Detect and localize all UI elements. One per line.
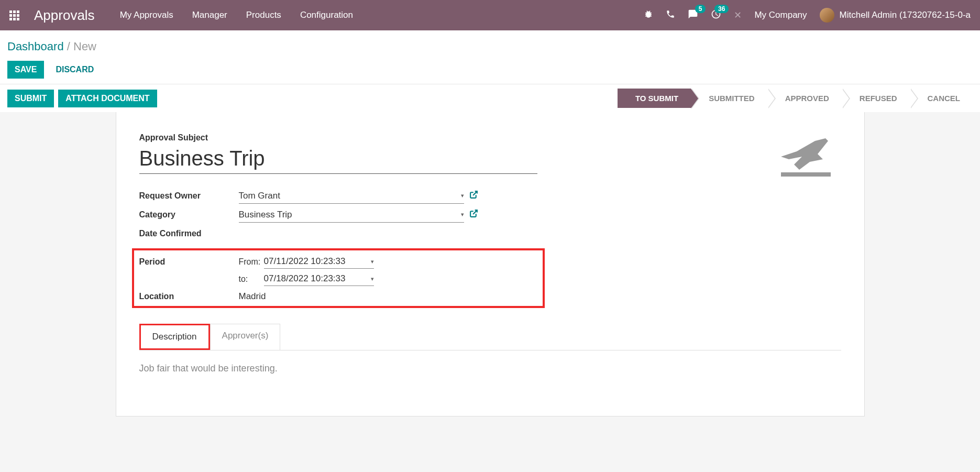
- avatar: [820, 8, 834, 23]
- navbar-right: 5 36 ✕ My Company Mitchell Admin (173207…: [644, 8, 971, 23]
- breadcrumb-dashboard[interactable]: Dashboard: [7, 40, 64, 53]
- form-top: Approval Subject Request Owner Tom Grant…: [139, 133, 841, 308]
- status-submitted[interactable]: SUBMITTED: [691, 89, 767, 108]
- top-navbar: Approvals My Approvals Manager Products …: [0, 0, 980, 30]
- external-link-icon[interactable]: [469, 190, 478, 202]
- activities-icon[interactable]: 36: [711, 9, 721, 22]
- breadcrumb-current: New: [73, 40, 96, 53]
- bug-icon[interactable]: [644, 9, 653, 21]
- phone-icon[interactable]: [666, 9, 675, 21]
- status-bar-left: SUBMIT ATTACH DOCUMENT: [7, 90, 157, 107]
- status-to-submit[interactable]: TO SUBMIT: [618, 89, 691, 108]
- category-value: Business Trip: [239, 210, 292, 220]
- company-name[interactable]: My Company: [754, 10, 807, 20]
- subject-input[interactable]: [139, 146, 537, 174]
- period-from-input[interactable]: 07/11/2022 10:23:33 ▾: [264, 255, 374, 269]
- external-link-icon[interactable]: [469, 209, 478, 221]
- nav-menu: My Approvals Manager Products Configurat…: [120, 10, 353, 20]
- caret-down-icon: ▾: [371, 276, 374, 282]
- request-owner-row: Request Owner Tom Grant ▾: [139, 186, 537, 205]
- tabs: Description Approver(s): [139, 324, 841, 350]
- nav-products[interactable]: Products: [246, 10, 281, 20]
- description-text[interactable]: Job fair that would be interesting.: [139, 363, 841, 374]
- tab-approvers[interactable]: Approver(s): [210, 324, 281, 350]
- navbar-left: Approvals My Approvals Manager Products …: [9, 7, 353, 24]
- form-main: Approval Subject Request Owner Tom Grant…: [139, 133, 537, 308]
- attach-document-button[interactable]: ATTACH DOCUMENT: [58, 90, 157, 107]
- period-from-row: Period From: 07/11/2022 10:23:33 ▾: [139, 255, 537, 269]
- highlight-box-period: Period From: 07/11/2022 10:23:33 ▾ to: 0…: [132, 248, 545, 308]
- category-select[interactable]: Business Trip ▾: [239, 207, 464, 223]
- discard-button[interactable]: DISCARD: [48, 61, 101, 79]
- location-value[interactable]: Madrid: [239, 291, 266, 302]
- location-label: Location: [139, 292, 239, 301]
- date-confirmed-label: Date Confirmed: [139, 229, 239, 238]
- save-button[interactable]: SAVE: [7, 61, 44, 79]
- record-buttons: SAVE DISCARD: [7, 61, 973, 79]
- close-icon[interactable]: ✕: [734, 9, 742, 21]
- control-panel: Dashboard / New SAVE DISCARD: [0, 30, 980, 84]
- status-refused[interactable]: REFUSED: [842, 89, 910, 108]
- tab-area: Description Approver(s) Job fair that wo…: [139, 324, 841, 374]
- caret-down-icon: ▾: [461, 192, 464, 199]
- period-to-row: to: 07/18/2022 10:23:33 ▾: [139, 272, 537, 286]
- messages-badge: 5: [695, 5, 706, 13]
- nav-manager[interactable]: Manager: [192, 10, 227, 20]
- period-label: Period: [139, 257, 239, 267]
- status-bar: SUBMIT ATTACH DOCUMENT TO SUBMIT SUBMITT…: [0, 84, 980, 112]
- to-label: to:: [239, 275, 264, 284]
- request-owner-select[interactable]: Tom Grant ▾: [239, 189, 464, 204]
- form-sheet: Approval Subject Request Owner Tom Grant…: [116, 112, 865, 416]
- messages-icon[interactable]: 5: [688, 9, 698, 22]
- period-from-value: 07/11/2022 10:23:33: [264, 256, 346, 267]
- location-row: Location Madrid: [139, 291, 537, 302]
- svg-line-0: [473, 191, 477, 195]
- app-name[interactable]: Approvals: [34, 7, 95, 24]
- category-label: Category: [139, 210, 239, 219]
- caret-down-icon: ▾: [371, 258, 374, 265]
- breadcrumb: Dashboard / New: [7, 40, 973, 53]
- caret-down-icon: ▾: [461, 211, 464, 218]
- svg-rect-2: [781, 172, 831, 177]
- nav-configuration[interactable]: Configuration: [300, 10, 353, 20]
- breadcrumb-sep: /: [67, 40, 73, 53]
- period-to-input[interactable]: 07/18/2022 10:23:33 ▾: [264, 272, 374, 286]
- status-steps: TO SUBMIT SUBMITTED APPROVED REFUSED CAN…: [618, 89, 973, 108]
- plane-icon: [773, 133, 836, 180]
- activities-badge: 36: [714, 5, 729, 13]
- status-approved[interactable]: APPROVED: [767, 89, 842, 108]
- request-owner-label: Request Owner: [139, 191, 239, 201]
- from-label: From:: [239, 257, 264, 267]
- user-name: Mitchell Admin (17320762-15-0-a: [840, 10, 971, 20]
- submit-button[interactable]: SUBMIT: [7, 90, 54, 107]
- date-confirmed-row: Date Confirmed: [139, 224, 537, 243]
- nav-my-approvals[interactable]: My Approvals: [120, 10, 173, 20]
- sheet-wrapper: Approval Subject Request Owner Tom Grant…: [0, 112, 980, 437]
- tab-description[interactable]: Description: [139, 324, 210, 350]
- request-owner-value: Tom Grant: [239, 191, 280, 201]
- user-menu[interactable]: Mitchell Admin (17320762-15-0-a: [820, 8, 971, 23]
- category-row: Category Business Trip ▾: [139, 205, 537, 224]
- status-cancel[interactable]: CANCEL: [910, 89, 973, 108]
- tab-content: Job fair that would be interesting.: [139, 350, 841, 374]
- apps-icon[interactable]: [9, 10, 19, 20]
- period-to-value: 07/18/2022 10:23:33: [264, 273, 346, 284]
- subject-label: Approval Subject: [139, 133, 537, 142]
- svg-line-1: [473, 210, 477, 214]
